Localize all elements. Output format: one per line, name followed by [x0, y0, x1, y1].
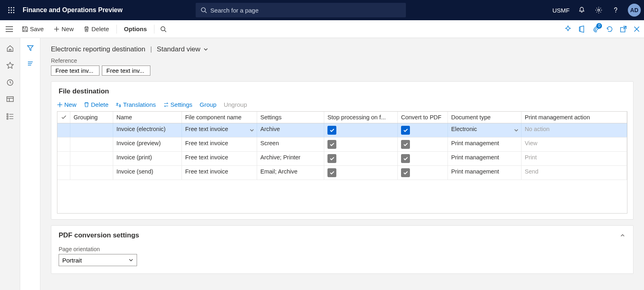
table-row[interactable]: Invoice (electronic)Free text invoiceArc…	[57, 123, 627, 138]
close-button[interactable]	[633, 26, 640, 32]
cell-print-action[interactable]: Print	[522, 152, 627, 165]
cell-file-component[interactable]: Free text invoice	[182, 166, 257, 180]
table-row[interactable]: Invoice (print)Free text invoiceArchive;…	[57, 152, 627, 166]
col-settings[interactable]: Settings	[257, 112, 324, 123]
delete-button[interactable]: Delete	[79, 24, 113, 34]
table-row[interactable]: Invoice (preview)Free text invoiceScreen…	[57, 138, 627, 152]
cell-stop[interactable]	[324, 152, 398, 165]
cell-name[interactable]: Invoice (preview)	[113, 138, 182, 151]
cell-grouping[interactable]	[70, 166, 113, 180]
stop-checkbox[interactable]	[327, 140, 336, 149]
grid-group-button[interactable]: Group	[200, 101, 217, 108]
user-avatar[interactable]: AD	[628, 4, 641, 17]
workspaces-button[interactable]	[6, 95, 14, 104]
svg-rect-29	[7, 118, 8, 119]
new-button[interactable]: New	[49, 24, 78, 34]
cell-grouping[interactable]	[70, 123, 113, 137]
grid-settings-button[interactable]: Settings	[163, 101, 192, 108]
cell-file-component[interactable]: Free text invoice	[182, 138, 257, 151]
cell-grouping[interactable]	[70, 152, 113, 165]
orientation-select[interactable]: Portrait	[59, 254, 137, 266]
table-row[interactable]: Invoice (send)Free text invoiceEmail; Ar…	[57, 166, 627, 180]
pdf-settings-card: PDF conversion settings Page orientation…	[51, 225, 633, 274]
popout-button[interactable]	[620, 25, 627, 33]
cell-doc-type[interactable]: Print management	[448, 166, 522, 180]
attachments-button[interactable]: 0	[592, 25, 600, 33]
legal-entity[interactable]: USMF	[552, 7, 570, 14]
search-icon	[160, 26, 167, 32]
nav-toggle-button[interactable]	[2, 22, 16, 36]
grid-delete-button[interactable]: Delete	[84, 101, 108, 108]
grid-new-button[interactable]: New	[57, 101, 76, 108]
cell-print-action[interactable]: No action	[522, 123, 627, 137]
global-search[interactable]: Search for a page	[196, 3, 406, 17]
cell-stop[interactable]	[324, 138, 398, 151]
select-all-header[interactable]	[57, 112, 70, 123]
cell-file-component[interactable]: Free text invoice	[182, 123, 257, 137]
stop-checkbox[interactable]	[327, 126, 336, 135]
pdf-checkbox[interactable]	[401, 140, 410, 149]
cell-convert-pdf[interactable]	[398, 166, 448, 180]
cell-settings[interactable]: Archive; Printer	[257, 152, 324, 165]
cell-name[interactable]: Invoice (print)	[113, 152, 182, 165]
home-button[interactable]	[6, 44, 14, 53]
cell-stop[interactable]	[324, 123, 398, 137]
col-name[interactable]: Name	[113, 112, 182, 123]
cell-grouping[interactable]	[70, 138, 113, 151]
refresh-button[interactable]	[606, 25, 613, 33]
col-document-type[interactable]: Document type	[448, 112, 522, 123]
cell-settings[interactable]: Email; Archive	[257, 166, 324, 180]
cell-convert-pdf[interactable]	[398, 138, 448, 151]
cell-stop[interactable]	[324, 166, 398, 180]
pdf-checkbox[interactable]	[401, 168, 410, 177]
cell-print-action[interactable]: Send	[522, 166, 627, 180]
cell-doc-type[interactable]: Print management	[448, 152, 522, 165]
settings-button[interactable]	[594, 5, 604, 15]
app-launcher-button[interactable]	[3, 6, 19, 14]
collapse-button[interactable]	[619, 232, 626, 239]
row-selector[interactable]	[57, 138, 70, 151]
reference-field[interactable]: Free text inv...	[102, 66, 150, 76]
main-content: Electronic reporting destination | Stand…	[40, 38, 644, 290]
pdf-checkbox[interactable]	[401, 126, 410, 135]
col-convert-pdf[interactable]: Convert to PDF	[398, 112, 448, 123]
cell-convert-pdf[interactable]	[398, 123, 448, 137]
save-button[interactable]: Save	[18, 24, 48, 34]
cell-settings[interactable]: Archive	[257, 123, 324, 137]
help-button[interactable]	[611, 5, 621, 15]
copilot-button[interactable]	[564, 25, 572, 33]
stop-checkbox[interactable]	[327, 154, 336, 163]
cell-name[interactable]: Invoice (send)	[113, 166, 182, 180]
row-selector[interactable]	[57, 152, 70, 165]
view-selector[interactable]: Standard view	[157, 45, 209, 53]
cell-settings[interactable]: Screen	[257, 138, 324, 151]
cell-file-component[interactable]: Free text invoice	[182, 152, 257, 165]
list-icon	[6, 112, 14, 121]
cell-name[interactable]: Invoice (electronic)	[113, 123, 182, 137]
find-button[interactable]	[158, 24, 169, 34]
col-file-component[interactable]: File component name	[182, 112, 257, 123]
options-button[interactable]: Options	[120, 24, 151, 34]
filter-button[interactable]	[27, 44, 34, 52]
filter-rail	[20, 38, 40, 290]
favorites-button[interactable]	[6, 61, 14, 70]
chevron-down-icon	[203, 47, 209, 52]
cell-convert-pdf[interactable]	[398, 152, 448, 165]
col-print-action[interactable]: Print management action	[522, 112, 627, 123]
cell-doc-type[interactable]: Print management	[448, 138, 522, 151]
modules-button[interactable]	[6, 112, 14, 121]
office-button[interactable]	[579, 25, 586, 33]
notifications-button[interactable]	[577, 5, 587, 15]
grid-translations-button[interactable]: Translations	[116, 101, 156, 108]
row-selector[interactable]	[57, 123, 70, 137]
stop-checkbox[interactable]	[327, 168, 336, 177]
recent-button[interactable]	[6, 78, 14, 87]
col-grouping[interactable]: Grouping	[70, 112, 113, 123]
cell-doc-type[interactable]: Electronic	[448, 123, 522, 137]
cell-print-action[interactable]: View	[522, 138, 627, 151]
pdf-checkbox[interactable]	[401, 154, 410, 163]
reference-field[interactable]: Free text inv...	[51, 66, 99, 76]
row-selector[interactable]	[57, 166, 70, 180]
col-stop[interactable]: Stop processing on f...	[324, 112, 398, 123]
related-button[interactable]	[27, 60, 34, 67]
